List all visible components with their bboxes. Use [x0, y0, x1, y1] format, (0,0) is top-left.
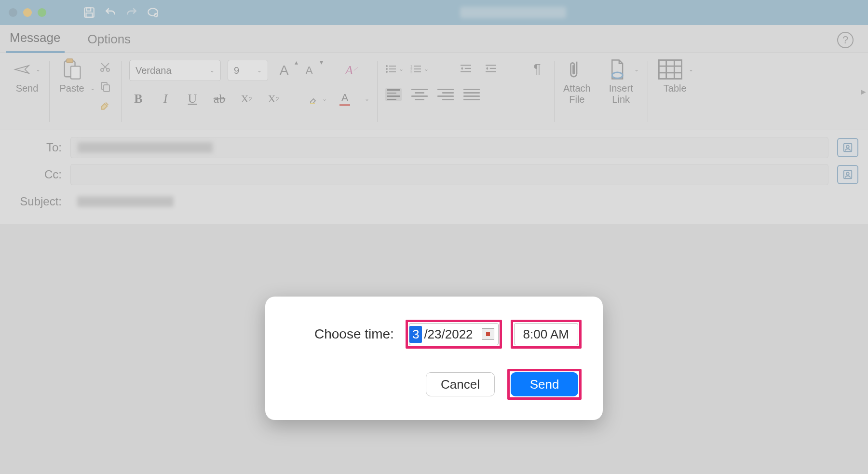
cancel-button[interactable]: Cancel [426, 372, 495, 396]
schedule-send-dialog: Choose time: 3 /23/2022 8:00 AM Cancel S… [265, 297, 603, 420]
calendar-icon[interactable] [482, 328, 494, 340]
send-button[interactable]: Send [511, 372, 578, 396]
choose-time-label: Choose time: [314, 326, 394, 342]
date-highlight: 3 /23/2022 [406, 320, 502, 349]
send-highlight: Send [507, 369, 582, 400]
time-input[interactable]: 8:00 AM [514, 323, 578, 345]
time-value: 8:00 AM [523, 327, 569, 342]
date-input[interactable]: 3 /23/2022 [409, 323, 499, 345]
date-rest-value: /23/2022 [423, 327, 477, 342]
time-highlight: 8:00 AM [511, 320, 582, 349]
date-month-value: 3 [409, 326, 422, 343]
